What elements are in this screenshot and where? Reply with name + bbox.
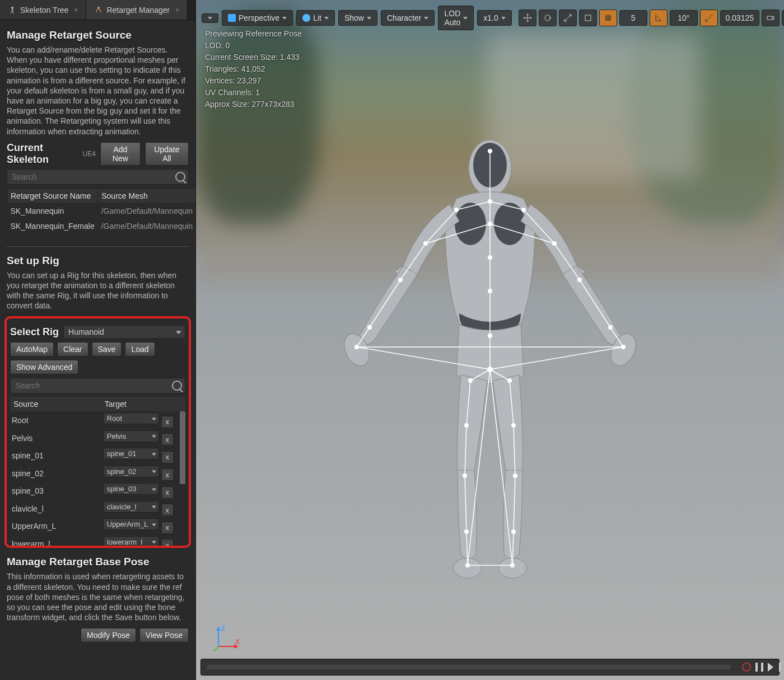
timeline[interactable]	[200, 659, 780, 676]
camera-speed-value[interactable]: 4	[782, 10, 784, 26]
tab-skeleton-tree[interactable]: Skeleton Tree ×	[0, 0, 86, 20]
pause-icon[interactable]	[755, 663, 763, 672]
svg-point-29	[621, 345, 626, 349]
search-icon	[172, 381, 182, 391]
col-source-mesh[interactable]: Source Mesh	[98, 188, 195, 203]
target-bone-dropdown[interactable]: spine_02	[103, 466, 159, 477]
target-bone-dropdown[interactable]: Pelvis	[103, 430, 159, 442]
table-row: clavicle_l clavicle_l x	[10, 500, 185, 518]
svg-point-24	[354, 345, 359, 349]
bulb-icon	[302, 14, 310, 22]
modify-pose-button[interactable]: Modify Pose	[81, 628, 136, 643]
manage-source-title: Manage Retarget Source	[7, 29, 189, 41]
svg-point-1	[97, 7, 100, 9]
table-row[interactable]: SK_Mannequin_Female/Game/Default/Mannequ…	[7, 218, 196, 233]
clear-mapping-button[interactable]: x	[161, 451, 174, 463]
col-source-name[interactable]: Retarget Source Name	[7, 188, 98, 203]
camera-speed-icon[interactable]	[762, 10, 780, 26]
viewport-options-button[interactable]	[202, 13, 218, 23]
target-bone-dropdown[interactable]: UpperArm_L	[103, 518, 159, 530]
close-icon[interactable]: ×	[175, 6, 179, 14]
target-bone-dropdown[interactable]: Root	[103, 412, 159, 424]
chevron-down-icon	[208, 17, 212, 20]
bone-map-scroll[interactable]: Root Root xPelvis Pelvis xspine_01 spine…	[10, 411, 185, 546]
svg-marker-41	[216, 626, 221, 631]
base-pose-title: Manage Retarget Base Pose	[7, 556, 189, 568]
svg-point-34	[465, 563, 470, 568]
svg-text:Z: Z	[221, 625, 225, 632]
rig-dropdown[interactable]: Humanoid	[63, 325, 185, 339]
lod-button[interactable]: LOD Auto	[438, 6, 474, 30]
svg-point-14	[488, 199, 492, 204]
svg-point-26	[552, 241, 557, 246]
perspective-button[interactable]: Perspective	[222, 10, 293, 26]
table-row[interactable]: SK_Mannequin/Game/Default/Mannequin	[7, 203, 196, 218]
svg-point-25	[521, 208, 526, 212]
close-icon[interactable]: ×	[74, 6, 78, 14]
angle-snap-value[interactable]: 10°	[670, 10, 698, 26]
target-bone-dropdown[interactable]: spine_01	[103, 448, 159, 459]
scale-tool-icon[interactable]	[559, 10, 577, 26]
viewport-info: Previewing Reference PoseLOD: 0 Current …	[205, 28, 302, 110]
clear-button[interactable]: Clear	[57, 342, 88, 357]
speed-button[interactable]: x1.0	[477, 10, 511, 26]
target-bone-dropdown[interactable]: spine_03	[103, 483, 159, 495]
table-row: Pelvis Pelvis x	[10, 429, 185, 447]
table-row: UpperArm_L UpperArm_L x	[10, 517, 185, 535]
mannequin-preview[interactable]	[322, 112, 658, 588]
viewport[interactable]: Perspective Lit Show Character LOD Auto …	[196, 0, 784, 680]
retarget-source-search-input[interactable]	[7, 169, 189, 185]
angle-snap-icon[interactable]	[650, 10, 668, 26]
svg-point-21	[423, 241, 428, 246]
select-rig-label: Select Rig	[10, 326, 59, 338]
clear-mapping-button[interactable]: x	[161, 486, 174, 499]
svg-point-18	[488, 334, 492, 338]
record-icon[interactable]	[742, 663, 751, 672]
show-advanced-button[interactable]: Show Advanced	[10, 360, 78, 374]
axis-gizmo: Z X	[213, 624, 241, 652]
scrollbar-thumb[interactable]	[180, 411, 185, 484]
step-forward-icon[interactable]	[768, 663, 773, 672]
grid-snap-value[interactable]: 5	[619, 10, 647, 26]
update-all-button[interactable]: Update All	[145, 142, 189, 166]
clear-mapping-button[interactable]: x	[161, 468, 174, 481]
world-local-icon[interactable]	[579, 10, 597, 26]
lit-button[interactable]: Lit	[296, 10, 335, 26]
automap-button[interactable]: AutoMap	[10, 342, 54, 357]
clear-mapping-button[interactable]: x	[161, 522, 174, 534]
rotate-tool-icon[interactable]	[539, 10, 557, 26]
viewport-toolbar: Perspective Lit Show Character LOD Auto …	[202, 6, 778, 30]
view-pose-button[interactable]: View Pose	[139, 628, 189, 643]
svg-point-16	[488, 255, 492, 260]
svg-line-44	[214, 646, 218, 651]
chevron-down-icon	[176, 331, 181, 335]
tab-retarget-manager[interactable]: Retarget Manager ×	[86, 0, 188, 20]
col-target[interactable]: Target	[101, 397, 185, 411]
add-new-button[interactable]: Add New	[100, 142, 141, 166]
character-button[interactable]: Character	[381, 10, 435, 26]
retarget-source-table: Retarget Source Name Source Mesh SK_Mann…	[7, 188, 195, 234]
scale-snap-value[interactable]: 0.03125	[720, 10, 759, 26]
target-bone-dropdown[interactable]: lowerarm_l	[103, 536, 159, 546]
clear-mapping-button[interactable]: x	[161, 416, 174, 428]
target-bone-dropdown[interactable]: clavicle_l	[103, 501, 159, 513]
rig-search-input[interactable]	[10, 378, 185, 393]
save-button[interactable]: Save	[92, 342, 122, 357]
show-button[interactable]: Show	[338, 10, 377, 26]
load-button[interactable]: Load	[125, 342, 155, 357]
tab-label: Retarget Manager	[106, 6, 170, 15]
grid-snap-icon[interactable]	[599, 10, 617, 26]
clear-mapping-button[interactable]: x	[161, 504, 174, 516]
svg-point-32	[463, 473, 467, 478]
svg-point-19	[487, 367, 493, 372]
svg-point-36	[511, 423, 516, 428]
clear-mapping-button[interactable]: x	[161, 433, 174, 445]
scale-snap-icon[interactable]	[700, 10, 718, 26]
move-tool-icon[interactable]	[519, 10, 536, 26]
clear-mapping-button[interactable]: x	[161, 539, 174, 546]
timeline-track[interactable]	[207, 665, 731, 669]
svg-point-22	[398, 278, 403, 282]
bone-map-header: Source Target	[10, 397, 185, 411]
separator	[7, 246, 189, 247]
col-source[interactable]: Source	[10, 397, 101, 411]
